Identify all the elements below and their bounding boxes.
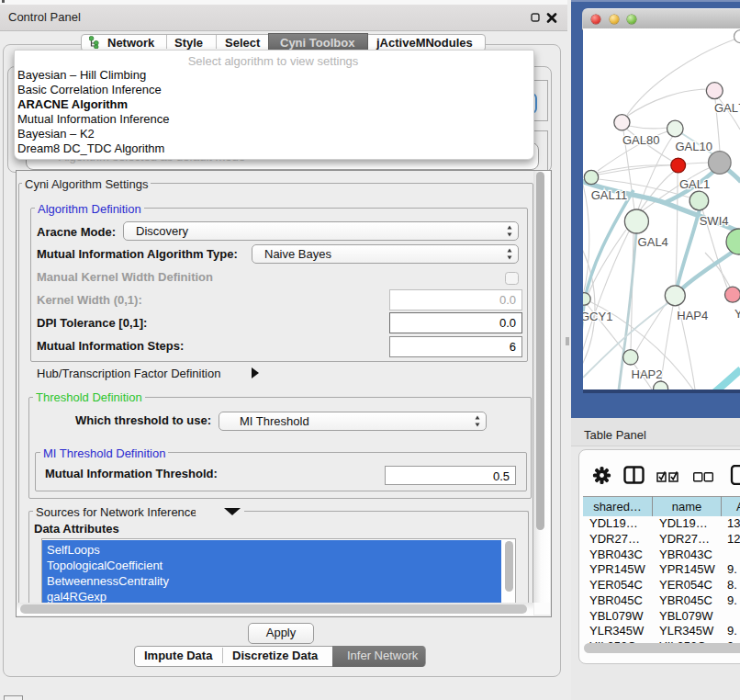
svg-text:GCY1: GCY1 (583, 310, 612, 323)
svg-text:GAL4: GAL4 (638, 235, 668, 249)
svg-text:GAL7: GAL7 (714, 101, 740, 115)
svg-text:GAL80: GAL80 (622, 133, 659, 147)
svg-text:HAP2: HAP2 (632, 367, 663, 381)
svg-text:SWI4: SWI4 (700, 214, 729, 228)
svg-text:GAL11: GAL11 (591, 188, 628, 202)
svg-text:HAP4: HAP4 (677, 309, 708, 322)
svg-text:GAL10: GAL10 (676, 140, 712, 153)
svg-text:Y: Y (734, 307, 740, 321)
svg-text:GAL1: GAL1 (679, 177, 710, 191)
